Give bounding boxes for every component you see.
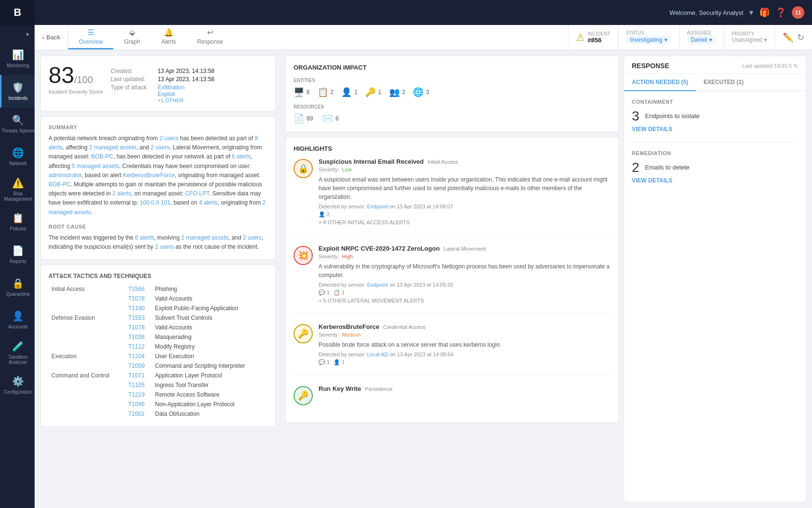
sidebar-item-network[interactable]: 🌐 Network bbox=[0, 140, 35, 173]
highlight-icons-2: 💬 1 📋 1 bbox=[319, 290, 611, 296]
summary-alerts-2-link[interactable]: 6 alerts bbox=[232, 153, 251, 160]
entity-count: 3 bbox=[426, 89, 429, 96]
tab-alerts-label: Alerts bbox=[161, 38, 176, 45]
tab-response[interactable]: ↩ Response bbox=[186, 25, 234, 49]
alerts-3-link[interactable]: 2 alerts bbox=[112, 190, 131, 197]
cfo-link[interactable]: CFO-LPT bbox=[185, 190, 209, 197]
response-header: RESPONSE Last updated 19:01:5 ↻ bbox=[624, 56, 806, 74]
highlights-card: HIGHLIGHTS 🔒 Suspicious Internal Email R… bbox=[285, 137, 619, 423]
tab-graph[interactable]: ⬙ Graph bbox=[113, 25, 150, 49]
tactic-code[interactable]: T1204 bbox=[128, 353, 145, 360]
other-attacks-link[interactable]: +1 OTHER bbox=[158, 97, 185, 103]
updated-label: Last updated: bbox=[111, 76, 154, 83]
refresh-icon[interactable]: ↻ bbox=[794, 63, 798, 69]
sidebar-item-sandbox[interactable]: 🧪 Sandbox Analyzer bbox=[0, 336, 35, 369]
rc-users-2-link[interactable]: 2 users bbox=[155, 243, 173, 250]
entities-list: 🖥️ 6 📋 2 👤 1 🔑 1 bbox=[294, 87, 611, 97]
sidebar-item-reports[interactable]: 📄 Reports bbox=[0, 238, 35, 271]
tactic-code[interactable]: T1078 bbox=[128, 324, 145, 331]
sensor-link-3[interactable]: Local AD bbox=[367, 351, 388, 357]
priority-badge[interactable]: Unassigned ▾ bbox=[732, 36, 767, 43]
tab-overview[interactable]: ☰ Overview bbox=[68, 25, 113, 49]
sensor-link-1[interactable]: Endpoint bbox=[367, 204, 388, 209]
entity-computer: 🖥️ 6 bbox=[294, 87, 310, 97]
tactics-title: ATT&CK TACTICS AND TECHNIQUES bbox=[49, 273, 268, 279]
tactic-code[interactable]: T1071 bbox=[128, 372, 145, 379]
executed-label: EXECUTED (1) bbox=[703, 79, 743, 85]
notifications-badge[interactable]: 11 bbox=[792, 6, 804, 19]
bob-pc-link-2[interactable]: BOB-PC bbox=[49, 181, 71, 188]
rc-assets-link[interactable]: 2 managed assets bbox=[181, 234, 228, 241]
assignee-label: Assignee bbox=[687, 30, 716, 36]
sidebar-item-monitoring[interactable]: 📊 Monitoring bbox=[0, 42, 35, 75]
rc-users-link[interactable]: 2 users bbox=[243, 234, 261, 241]
tactic-code[interactable]: T1190 bbox=[128, 305, 145, 312]
sidebar-item-policies[interactable]: 📋 Policies bbox=[0, 206, 35, 238]
refresh-icon[interactable]: ↻ bbox=[797, 32, 804, 43]
sidebar-item-quarantine[interactable]: 🔒 Quarantine bbox=[0, 271, 35, 303]
navbar: ‹ Back ☰ Overview ⬙ Graph 🔔 Alerts ↩ Res… bbox=[35, 25, 812, 50]
bob-pc-link-1[interactable]: BOB-PC bbox=[91, 153, 113, 160]
sidebar-toggle[interactable]: ▸ bbox=[0, 25, 35, 42]
sidebar-item-incidents[interactable]: 🛡️ Incidents bbox=[0, 75, 35, 108]
highlight-more-2[interactable]: + 5 OTHER LATERAL MOVEMENT ALERTS bbox=[319, 298, 611, 303]
sidebar-item-threats[interactable]: 🔍 Threats Xplorer bbox=[0, 108, 35, 140]
help-icon[interactable]: ❓ bbox=[775, 7, 786, 18]
detected-row-1: Detected by sensor: Endpoint on 13 Apr 2… bbox=[319, 204, 611, 209]
assignee-badge[interactable]: Daniel ▾ bbox=[687, 36, 716, 44]
tactic-name: Valid Accounts bbox=[152, 294, 268, 303]
tactic-code[interactable]: T1219 bbox=[128, 391, 145, 398]
highlight-more-1[interactable]: + 8 OTHER INITIAL ACCESS ALERTS bbox=[319, 219, 611, 225]
sensor-link-2[interactable]: Endpoint bbox=[367, 282, 388, 288]
back-label: Back bbox=[46, 34, 60, 41]
containment-action-row: 3 Endpoints to isolate bbox=[632, 109, 798, 123]
status-section: Status Investigating ▾ bbox=[618, 25, 679, 49]
tactic-code[interactable]: T1566 bbox=[128, 286, 145, 292]
sidebar-item-configuration[interactable]: ⚙️ Configuration bbox=[0, 369, 35, 401]
ip-link[interactable]: 100.0.0.101 bbox=[140, 199, 170, 206]
containment-title: CONTAINMENT bbox=[632, 99, 798, 105]
tab-action-needed[interactable]: ACTION NEEDED (5) bbox=[624, 74, 696, 91]
summary-assets-1-link[interactable]: 2 managed assets bbox=[89, 144, 136, 151]
back-button[interactable]: ‹ Back bbox=[35, 25, 68, 49]
tactic-code[interactable]: T1553 bbox=[128, 314, 145, 321]
tactic-code[interactable]: T1036 bbox=[128, 334, 145, 340]
table-row: Execution T1204 User Execution bbox=[49, 351, 268, 361]
sidebar-item-risk[interactable]: ⚠️ Risk Management bbox=[0, 173, 35, 206]
user-count-icon: 👤 2 bbox=[319, 211, 330, 218]
summary-users-2-link[interactable]: 2 users bbox=[151, 144, 170, 151]
tactic-code[interactable]: T1105 bbox=[128, 382, 145, 388]
summary-users-1-link[interactable]: 2 users bbox=[160, 135, 178, 142]
admin-link[interactable]: administrator bbox=[49, 172, 82, 179]
kerb-link[interactable]: KerberosBruteForce bbox=[123, 172, 175, 179]
containment-view-details[interactable]: VIEW DETAILS bbox=[632, 126, 798, 133]
alerts-4-link[interactable]: 4 alerts bbox=[199, 199, 218, 206]
rc-alerts-link[interactable]: 6 alerts bbox=[135, 234, 154, 241]
list-item: 🔑 Run Key Write Persistence bbox=[294, 385, 611, 415]
chevron-down-icon[interactable]: ▾ bbox=[749, 7, 753, 18]
highlight-type-4: Persistence bbox=[365, 386, 393, 392]
highlight-icons-3: 💬 1 👤 1 bbox=[319, 359, 611, 365]
tactic-code[interactable]: T1059 bbox=[128, 363, 145, 369]
tab-alerts[interactable]: 🔔 Alerts bbox=[151, 25, 187, 49]
root-cause-title: ROOT CAUSE bbox=[49, 224, 268, 230]
user-icon: 👤 1 bbox=[333, 359, 344, 365]
tactic-code[interactable]: T1095 bbox=[128, 401, 145, 408]
summary-assets-2-link[interactable]: 5 managed assets bbox=[72, 163, 119, 169]
tactic-code[interactable]: T1001 bbox=[128, 411, 145, 417]
tactic-execution: Execution bbox=[49, 351, 125, 371]
tactic-code[interactable]: T1078 bbox=[128, 295, 145, 302]
sidebar-item-accounts[interactable]: 👤 Accounts bbox=[0, 303, 35, 336]
tab-executed[interactable]: EXECUTED (1) bbox=[696, 74, 751, 91]
gift-icon[interactable]: 🎁 bbox=[759, 7, 770, 18]
resource-email: ✉️ 6 bbox=[322, 113, 339, 124]
remediation-view-details[interactable]: VIEW DETAILS bbox=[632, 177, 798, 184]
containment-text: Endpoints to isolate bbox=[645, 112, 798, 120]
edit-icon[interactable]: ✏️ bbox=[783, 32, 793, 43]
tactics-card: ATT&CK TACTICS AND TECHNIQUES Initial Ac… bbox=[40, 265, 276, 427]
highlight-icons-1: 👤 2 bbox=[319, 211, 611, 218]
tactic-code[interactable]: T1112 bbox=[128, 343, 145, 350]
back-arrow-icon: ‹ bbox=[42, 34, 44, 41]
file-icon: 📄 bbox=[294, 113, 304, 124]
status-badge[interactable]: Investigating ▾ bbox=[626, 36, 671, 44]
